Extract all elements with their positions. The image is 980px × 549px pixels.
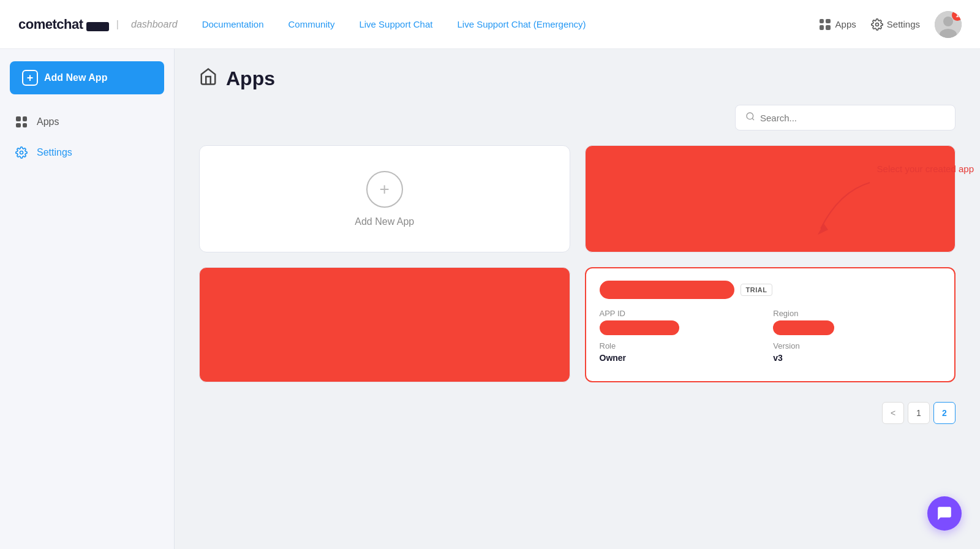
sidebar: + Add New App Apps Settings [0, 49, 175, 549]
page-header: Apps [199, 67, 956, 90]
svg-point-0 [875, 23, 878, 26]
logo-name: cometchat [18, 17, 83, 32]
settings-nav-label: Settings [887, 19, 920, 29]
role-value: Owner [600, 353, 767, 363]
sidebar-item-settings[interactable]: Settings [0, 137, 174, 168]
region-pill [773, 320, 834, 335]
add-new-app-button[interactable]: + Add New App [10, 61, 164, 94]
nav-live-support[interactable]: Live Support Chat [359, 19, 432, 29]
search-box[interactable] [735, 105, 956, 131]
search-icon [745, 112, 755, 124]
nav-live-support-emergency[interactable]: Live Support Chat (Emergency) [457, 19, 586, 29]
version-section: Version v3 [773, 341, 941, 363]
apps-icon [15, 115, 28, 129]
app-detail-row-1: APP ID Region [600, 309, 941, 335]
app-id-section: APP ID [600, 309, 767, 335]
role-label: Role [600, 341, 767, 350]
search-input[interactable] [760, 113, 945, 123]
svg-point-4 [20, 151, 23, 154]
app-card-detail[interactable]: TRIAL APP ID Region [585, 267, 956, 382]
svg-line-6 [752, 118, 754, 120]
dashboard-label: dashboard [131, 19, 178, 30]
svg-marker-7 [818, 224, 828, 235]
add-new-app-card-label: Add New App [355, 216, 414, 227]
add-new-circle-icon: + [366, 171, 403, 208]
settings-icon [871, 18, 883, 31]
apps-nav-button[interactable]: Apps [820, 19, 856, 30]
app-card-2[interactable] [199, 267, 570, 382]
main-layout: + Add New App Apps Settings [0, 49, 980, 549]
sidebar-apps-label: Apps [37, 116, 59, 127]
nav-documentation[interactable]: Documentation [202, 19, 264, 29]
search-container [199, 105, 956, 131]
version-label: Version [773, 341, 941, 350]
app-name-bar: TRIAL [600, 281, 941, 299]
notification-badge: 1 [952, 11, 962, 21]
role-section: Role Owner [600, 341, 767, 363]
logo-area: cometchat PRO | dashboard [18, 17, 178, 32]
sidebar-settings-icon [15, 146, 28, 159]
pagination-page-2[interactable]: 2 [933, 402, 956, 424]
svg-point-2 [943, 17, 953, 26]
chat-button[interactable] [927, 496, 962, 531]
avatar[interactable]: 1 [935, 11, 962, 38]
pagination-page-1[interactable]: 1 [908, 402, 930, 424]
sidebar-item-apps[interactable]: Apps [0, 107, 174, 137]
trial-badge: TRIAL [741, 284, 773, 296]
region-label: Region [773, 309, 941, 318]
app-detail-row-2: Role Owner Version v3 [600, 341, 941, 363]
page-title: Apps [226, 67, 275, 90]
header-right: Apps Settings 1 [820, 11, 962, 38]
header: cometchat PRO | dashboard Documentation … [0, 0, 980, 49]
pro-badge: PRO [86, 22, 109, 31]
annotation-arrow [802, 180, 876, 241]
nav-community[interactable]: Community [288, 19, 335, 29]
home-icon [199, 67, 217, 90]
pagination: < 1 2 [199, 402, 956, 424]
annotation-container: Select your created app [877, 164, 974, 175]
sidebar-settings-label: Settings [37, 147, 72, 158]
chat-icon [937, 505, 952, 521]
version-value: v3 [773, 353, 941, 363]
main-content: Apps + Add New App [175, 49, 980, 549]
nav-links: Documentation Community Live Support Cha… [202, 19, 820, 29]
add-new-app-card[interactable]: + Add New App [199, 145, 570, 252]
svg-point-5 [747, 113, 753, 119]
settings-nav-button[interactable]: Settings [871, 18, 920, 31]
sidebar-menu: Apps Settings [0, 107, 174, 168]
apps-grid-icon [820, 19, 831, 30]
app-id-pill [600, 320, 679, 335]
apps-nav-label: Apps [835, 19, 856, 29]
app-card-1[interactable] [585, 145, 956, 252]
add-new-app-label: Add New App [44, 72, 107, 83]
region-section: Region [773, 309, 941, 335]
add-icon: + [22, 70, 38, 86]
app-name-pill [600, 281, 734, 299]
annotation-text: Select your created app [877, 164, 974, 174]
app-id-label: APP ID [600, 309, 767, 318]
logo-text: cometchat PRO [18, 17, 109, 32]
pagination-prev[interactable]: < [882, 402, 904, 424]
